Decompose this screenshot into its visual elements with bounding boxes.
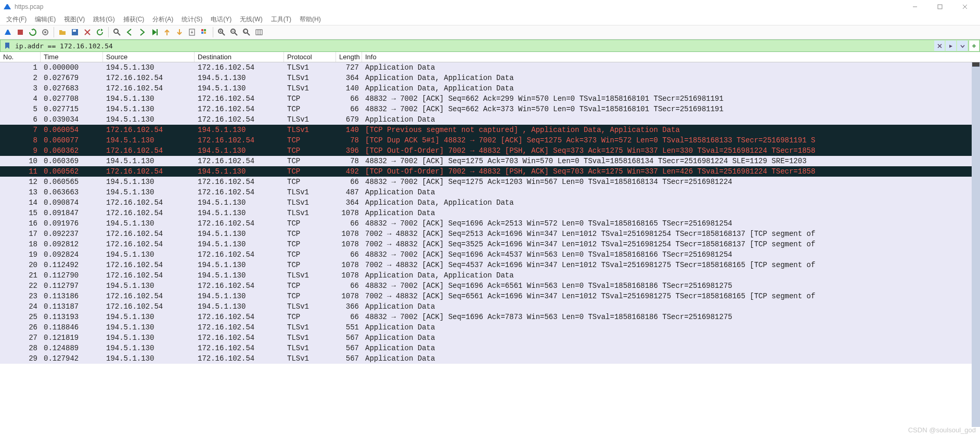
scroll-map[interactable] xyxy=(972,62,980,427)
packet-row[interactable]: 120.060565194.5.1.130172.16.102.54TCP664… xyxy=(0,177,980,187)
svg-rect-8 xyxy=(73,30,76,32)
menubar: 文件(F) 编辑(E) 视图(V) 跳转(G) 捕获(C) 分析(A) 统计(S… xyxy=(0,14,980,25)
svg-point-6 xyxy=(44,31,46,33)
stop-capture-button[interactable] xyxy=(15,27,26,38)
col-header-destination[interactable]: Destination xyxy=(195,52,284,62)
save-file-button[interactable] xyxy=(69,27,81,38)
packet-row[interactable]: 30.027683172.16.102.54194.5.1.130TLSv114… xyxy=(0,83,980,94)
find-button[interactable] xyxy=(111,27,123,38)
menu-help[interactable]: 帮助(H) xyxy=(295,14,325,25)
toolbar-separator xyxy=(213,27,213,37)
minimize-button[interactable] xyxy=(903,1,927,12)
packet-row[interactable]: 180.092812172.16.102.54194.5.1.130TCP107… xyxy=(0,239,980,249)
packet-row[interactable]: 170.092237172.16.102.54194.5.1.130TCP107… xyxy=(0,229,980,239)
svg-point-11 xyxy=(114,29,118,33)
packet-list[interactable]: 10.000000194.5.1.130172.16.102.54TLSv172… xyxy=(0,62,980,364)
menu-view[interactable]: 视图(V) xyxy=(60,14,89,25)
packet-row[interactable]: 40.027708194.5.1.130172.16.102.54TCP6648… xyxy=(0,94,980,104)
apply-filter-button[interactable] xyxy=(946,41,956,51)
bookmark-icon[interactable] xyxy=(3,41,12,50)
prev-packet-button[interactable] xyxy=(124,27,135,38)
svg-rect-13 xyxy=(157,29,158,35)
goto-packet-button[interactable] xyxy=(149,27,160,38)
menu-analyze[interactable]: 分析(A) xyxy=(148,14,177,25)
svg-line-24 xyxy=(235,33,237,35)
clear-filter-button[interactable] xyxy=(934,41,945,51)
col-header-info[interactable]: Info xyxy=(362,52,980,62)
menu-wireless[interactable]: 无线(W) xyxy=(236,14,266,25)
menu-tools[interactable]: 工具(T) xyxy=(267,14,295,25)
packet-row[interactable]: 110.060562172.16.102.54194.5.1.130TCP492… xyxy=(0,166,980,177)
packet-row[interactable]: 290.127942194.5.1.130172.16.102.54TLSv15… xyxy=(0,353,980,364)
filter-bar xyxy=(0,39,980,52)
zoom-reset-button[interactable]: 1 xyxy=(241,27,252,38)
packet-row[interactable]: 80.060077194.5.1.130172.16.102.54TCP78[T… xyxy=(0,135,980,145)
packet-row[interactable]: 130.063663194.5.1.130172.16.102.54TLSv14… xyxy=(0,187,980,197)
packet-row[interactable]: 240.113187172.16.102.54194.5.1.130TLSv13… xyxy=(0,301,980,312)
svg-rect-18 xyxy=(204,32,206,34)
col-header-protocol[interactable]: Protocol xyxy=(284,52,336,62)
titlebar: https.pcap xyxy=(0,0,980,14)
col-header-time[interactable]: Time xyxy=(41,52,103,62)
svg-line-12 xyxy=(118,33,120,35)
packet-row[interactable]: 20.027679172.16.102.54194.5.1.130TLSv136… xyxy=(0,73,980,83)
packet-row[interactable]: 150.091847172.16.102.54194.5.1.130TLSv11… xyxy=(0,208,980,218)
close-file-button[interactable] xyxy=(82,27,93,38)
start-capture-button[interactable] xyxy=(2,27,14,38)
open-file-button[interactable] xyxy=(57,27,68,38)
filter-history-button[interactable] xyxy=(957,41,968,51)
toolbar: 1 xyxy=(0,25,980,39)
last-packet-button[interactable] xyxy=(174,27,185,38)
menu-statistics[interactable]: 统计(S) xyxy=(177,14,207,25)
menu-go[interactable]: 跳转(G) xyxy=(89,14,119,25)
packet-row[interactable]: 280.124889194.5.1.130172.16.102.54TLSv15… xyxy=(0,343,980,353)
close-button[interactable] xyxy=(953,1,977,12)
packet-row[interactable]: 190.092824194.5.1.130172.16.102.54TCP664… xyxy=(0,249,980,260)
maximize-button[interactable] xyxy=(928,1,952,12)
window-title: https.pcap xyxy=(15,3,903,10)
packet-row[interactable]: 160.091976194.5.1.130172.16.102.54TCP664… xyxy=(0,218,980,229)
capture-options-button[interactable] xyxy=(40,27,51,38)
menu-capture[interactable]: 捕获(C) xyxy=(119,14,149,25)
packet-row[interactable]: 140.090874172.16.102.54194.5.1.130TLSv13… xyxy=(0,197,980,208)
col-header-source[interactable]: Source xyxy=(103,52,195,62)
packet-row[interactable]: 270.121819194.5.1.130172.16.102.54TLSv15… xyxy=(0,333,980,343)
next-packet-button[interactable] xyxy=(136,27,148,38)
add-filter-button[interactable] xyxy=(969,41,979,51)
packet-row[interactable]: 100.060369194.5.1.130172.16.102.54TCP784… xyxy=(0,156,980,166)
packet-row[interactable]: 90.060362172.16.102.54194.5.1.130TCP396[… xyxy=(0,145,980,156)
zoom-in-button[interactable] xyxy=(216,27,227,38)
col-header-length[interactable]: Length xyxy=(336,52,362,62)
col-header-no[interactable]: No. xyxy=(0,52,41,62)
menu-edit[interactable]: 编辑(E) xyxy=(31,14,60,25)
packet-row[interactable]: 220.112797194.5.1.130172.16.102.54TCP664… xyxy=(0,281,980,291)
packet-row[interactable]: 200.112492172.16.102.54194.5.1.130TCP107… xyxy=(0,260,980,270)
svg-rect-29 xyxy=(256,30,262,35)
svg-line-27 xyxy=(247,33,250,35)
first-packet-button[interactable] xyxy=(161,27,173,38)
resize-columns-button[interactable] xyxy=(253,27,265,38)
svg-rect-15 xyxy=(201,29,203,31)
colorize-button[interactable] xyxy=(199,27,210,38)
packet-row[interactable]: 210.112790172.16.102.54194.5.1.130TLSv11… xyxy=(0,270,980,281)
packet-row[interactable]: 260.118846194.5.1.130172.16.102.54TLSv15… xyxy=(0,322,980,333)
packet-row[interactable]: 10.000000194.5.1.130172.16.102.54TLSv172… xyxy=(0,62,980,73)
app-icon xyxy=(3,3,11,11)
svg-rect-17 xyxy=(201,32,203,34)
svg-line-20 xyxy=(222,33,225,35)
packet-row[interactable]: 230.113186172.16.102.54194.5.1.130TCP107… xyxy=(0,291,980,301)
packet-row[interactable]: 70.060054172.16.102.54194.5.1.130TLSv114… xyxy=(0,125,980,135)
autoscroll-button[interactable] xyxy=(186,27,198,38)
svg-rect-4 xyxy=(18,30,23,35)
reload-button[interactable] xyxy=(94,27,106,38)
display-filter-input[interactable] xyxy=(14,41,934,51)
packet-row[interactable]: 50.027715194.5.1.130172.16.102.54TCP6648… xyxy=(0,104,980,114)
menu-file[interactable]: 文件(F) xyxy=(2,14,31,25)
zoom-out-button[interactable] xyxy=(228,27,240,38)
packet-row[interactable]: 60.039034194.5.1.130172.16.102.54TLSv167… xyxy=(0,114,980,125)
packet-list-header: No. Time Source Destination Protocol Len… xyxy=(0,52,980,62)
menu-telephony[interactable]: 电话(Y) xyxy=(207,14,236,25)
scroll-thumb[interactable] xyxy=(972,62,979,67)
restart-capture-button[interactable] xyxy=(27,27,38,38)
packet-row[interactable]: 250.113193194.5.1.130172.16.102.54TCP664… xyxy=(0,312,980,322)
